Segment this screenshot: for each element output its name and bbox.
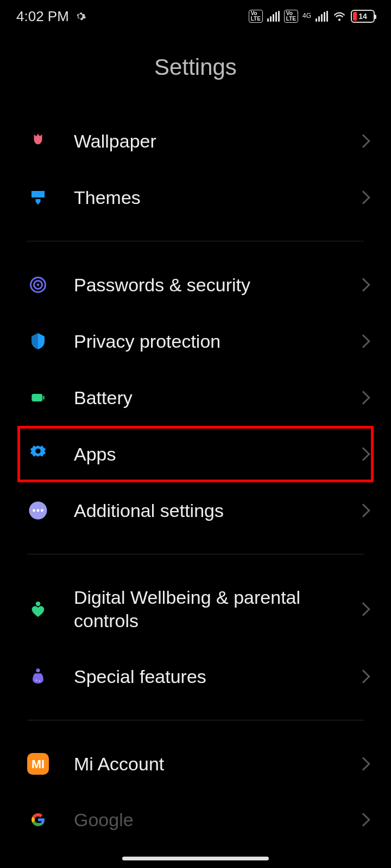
settings-item-label: Battery	[74, 386, 358, 410]
svg-point-11	[36, 668, 40, 672]
status-time: 4:02 PM	[16, 8, 69, 25]
google-icon	[27, 809, 49, 831]
tulip-icon	[27, 130, 49, 152]
settings-item-label: Privacy protection	[74, 330, 358, 353]
signal-icon	[316, 11, 328, 22]
volte-icon: VoLTE	[284, 10, 298, 23]
svg-rect-3	[31, 394, 42, 401]
battery-level: 14	[358, 12, 367, 21]
status-right: VoLTE VoLTE 4G 14	[249, 9, 375, 23]
fingerprint-icon	[27, 274, 49, 296]
chevron-right-icon	[356, 602, 370, 616]
chevron-right-icon	[356, 669, 370, 683]
settings-item-apps[interactable]: Apps	[17, 426, 374, 482]
divider	[27, 241, 364, 241]
volte-icon: VoLTE	[249, 10, 263, 23]
settings-item-label: Google	[74, 808, 358, 832]
gear-icon	[27, 443, 49, 465]
settings-item-label: Additional settings	[74, 499, 358, 522]
settings-item-label: Mi Account	[74, 752, 358, 776]
chevron-right-icon	[356, 391, 370, 404]
chevron-right-icon	[356, 813, 370, 827]
chevron-right-icon	[356, 134, 370, 148]
mi-logo-icon: MI	[27, 753, 49, 775]
network-label: 4G	[302, 12, 311, 19]
svg-point-12	[36, 680, 37, 681]
settings-item-wellbeing[interactable]: Digital Wellbeing & parental controls	[0, 570, 391, 648]
chevron-right-icon	[356, 447, 370, 461]
svg-point-8	[37, 509, 40, 512]
settings-item-label: Digital Wellbeing & parental controls	[74, 586, 358, 632]
svg-point-13	[39, 680, 40, 681]
status-bar: 4:02 PM VoLTE VoLTE 4G 14	[0, 0, 391, 33]
battery-icon: 14	[351, 10, 375, 23]
settings-item-label: Apps	[74, 443, 358, 466]
settings-list: Wallpaper Themes Passwords & security Pr…	[0, 113, 391, 832]
svg-point-7	[33, 509, 35, 512]
settings-item-label: Passwords & security	[74, 273, 358, 297]
settings-item-battery[interactable]: Battery	[0, 369, 391, 426]
signal-icon	[267, 11, 280, 22]
flask-icon	[27, 666, 49, 687]
divider	[27, 720, 364, 720]
brush-icon	[27, 187, 49, 208]
dots-icon	[27, 500, 49, 521]
page-title: Settings	[0, 33, 391, 113]
settings-item-themes[interactable]: Themes	[0, 169, 391, 226]
settings-item-miaccount[interactable]: MI Mi Account	[0, 736, 391, 792]
settings-item-passwords[interactable]: Passwords & security	[0, 257, 391, 313]
heart-person-icon	[27, 598, 49, 620]
svg-point-5	[35, 449, 41, 454]
divider	[27, 554, 364, 554]
svg-point-2	[37, 284, 40, 286]
settings-item-label: Special features	[74, 665, 358, 688]
gear-icon	[74, 10, 86, 22]
wifi-icon	[332, 9, 346, 23]
settings-item-label: Wallpaper	[74, 130, 358, 153]
settings-item-google[interactable]: Google	[0, 792, 391, 832]
status-left: 4:02 PM	[16, 8, 86, 25]
svg-point-9	[41, 509, 43, 512]
chevron-right-icon	[356, 278, 370, 291]
battery-icon	[27, 387, 49, 409]
chevron-right-icon	[356, 334, 370, 348]
settings-item-label: Themes	[74, 186, 358, 209]
chevron-right-icon	[356, 190, 370, 204]
svg-text:MI: MI	[31, 757, 45, 771]
settings-item-wallpaper[interactable]: Wallpaper	[0, 113, 391, 169]
settings-item-special[interactable]: Special features	[0, 648, 391, 705]
chevron-right-icon	[356, 503, 370, 517]
settings-item-privacy[interactable]: Privacy protection	[0, 313, 391, 369]
shield-icon	[27, 330, 49, 352]
network-indicator: 4G	[302, 12, 311, 20]
chevron-right-icon	[356, 757, 370, 770]
svg-rect-4	[43, 396, 44, 400]
home-indicator[interactable]	[122, 857, 269, 860]
svg-point-10	[36, 601, 41, 606]
settings-item-additional[interactable]: Additional settings	[0, 482, 391, 539]
